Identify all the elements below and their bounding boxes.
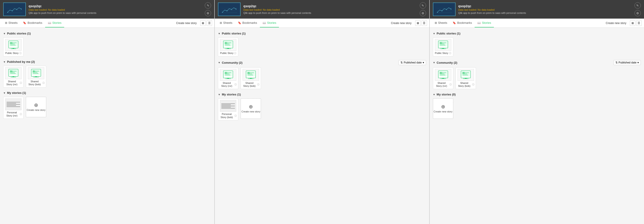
list-view-button[interactable]: ☰ bbox=[636, 20, 642, 26]
section-title: My stories (1) bbox=[222, 93, 241, 96]
story-card[interactable]: Personal Story (bob) ⓘ bbox=[218, 98, 238, 120]
cards-grid: Public Story ⓘ bbox=[3, 38, 211, 56]
svg-point-42 bbox=[236, 8, 236, 10]
story-card[interactable]: Shared Story (rvr) ⓘ bbox=[218, 67, 238, 89]
create-story-card[interactable]: ⊕ Create new story bbox=[433, 98, 453, 119]
sort-dropdown[interactable]: ⇅ Published date ▾ bbox=[398, 60, 426, 65]
info-icon[interactable]: ⓘ bbox=[19, 52, 22, 55]
edit-button[interactable]: ✎ bbox=[420, 2, 426, 8]
info-icon[interactable]: ⓘ bbox=[20, 113, 22, 116]
story-thumbnail bbox=[220, 69, 236, 81]
edit-button[interactable]: ✎ bbox=[634, 2, 641, 8]
story-card[interactable]: Public Story ⓘ bbox=[218, 38, 238, 56]
create-new-story-button[interactable]: Create new story bbox=[604, 21, 628, 26]
section-header: ▼ My stories (0) bbox=[433, 93, 641, 96]
content-area: ▼ Public stories (1) Public Story ⓘ ▼ Co… bbox=[430, 28, 644, 224]
section-my-stories: ▼ My stories (1) Personal Story (bob) ⓘ … bbox=[218, 93, 426, 120]
tab-label: Sheets bbox=[8, 21, 18, 24]
settings-button[interactable]: ⚙ bbox=[420, 10, 426, 16]
tab-bookmarks[interactable]: 🔖 Bookmarks bbox=[20, 18, 45, 28]
list-view-button[interactable]: ☰ bbox=[206, 20, 212, 26]
settings-button[interactable]: ⚙ bbox=[205, 10, 211, 16]
create-story-card[interactable]: ⊕ Create new story bbox=[26, 97, 46, 117]
app-title: qsop2qc bbox=[243, 4, 417, 8]
section-toggle[interactable]: ▼ bbox=[3, 32, 6, 35]
section-title: My stories (0) bbox=[437, 93, 456, 96]
info-icon[interactable]: ⓘ bbox=[450, 83, 452, 86]
story-card[interactable]: Shared Story (bob) ⓘ bbox=[26, 66, 46, 88]
tab-sheets[interactable]: ⊞ Sheets bbox=[217, 18, 235, 28]
svg-point-6 bbox=[16, 9, 17, 10]
sort-label: Published date bbox=[618, 61, 636, 64]
info-icon[interactable]: ⓘ bbox=[234, 114, 237, 118]
info-icon[interactable]: ⓘ bbox=[42, 82, 45, 84]
svg-point-76 bbox=[446, 9, 447, 10]
sort-icon: ⇅ bbox=[616, 61, 618, 64]
tab-bookmarks[interactable]: 🔖 Bookmarks bbox=[235, 18, 260, 28]
tab-icon-stories: 📖 bbox=[262, 21, 266, 24]
story-card[interactable]: Shared Story (rvr) ⓘ bbox=[433, 67, 453, 89]
edit-button[interactable]: ✎ bbox=[205, 2, 211, 8]
create-story-card[interactable]: ⊕ Create new story bbox=[240, 98, 261, 119]
section-toggle[interactable]: ▼ bbox=[433, 61, 436, 64]
app-subtitle: Data last loaded: No data loaded bbox=[28, 8, 202, 11]
sort-dropdown[interactable]: ⇅ Published date ▾ bbox=[614, 60, 641, 65]
svg-point-40 bbox=[226, 10, 228, 11]
grid-view-button[interactable]: ⊞ bbox=[200, 20, 206, 26]
tab-stories[interactable]: 📖 Stories bbox=[45, 18, 64, 28]
create-new-story-button[interactable]: Create new story bbox=[389, 21, 414, 26]
section-toggle[interactable]: ▼ bbox=[218, 32, 220, 35]
section-header: ▼ Public stories (1) bbox=[433, 32, 641, 35]
app-info: qsop2qc Data last loaded: No data loaded… bbox=[458, 4, 632, 14]
section-community: ▼ Community (2) ⇅ Published date ▾ bbox=[218, 60, 426, 89]
settings-button[interactable]: ⚙ bbox=[634, 10, 641, 16]
svg-point-51 bbox=[226, 42, 226, 43]
tab-bookmarks[interactable]: 🔖 Bookmarks bbox=[450, 18, 474, 28]
create-new-story-button[interactable]: Create new story bbox=[174, 21, 199, 26]
section-toggle[interactable]: ▼ bbox=[433, 93, 436, 96]
grid-view-button[interactable]: ⊞ bbox=[630, 20, 636, 26]
sort-label: Published date bbox=[404, 61, 422, 64]
app-subtitle: Data last loaded: No data loaded bbox=[243, 8, 417, 11]
story-name: Public Story bbox=[220, 52, 233, 55]
info-icon[interactable]: ⓘ bbox=[257, 83, 260, 86]
info-icon[interactable]: ⓘ bbox=[20, 82, 22, 84]
app-actions: ✎ ⚙ bbox=[634, 2, 641, 16]
app-title: qsop2qc bbox=[28, 4, 202, 8]
grid-view-button[interactable]: ⊞ bbox=[415, 20, 421, 26]
section-toggle[interactable]: ▼ bbox=[218, 93, 220, 96]
section-toggle[interactable]: ▼ bbox=[3, 60, 6, 63]
section-toggle[interactable]: ▼ bbox=[218, 61, 220, 64]
section-title: Public stories (1) bbox=[222, 32, 246, 35]
create-plus-icon: ⊕ bbox=[34, 103, 38, 108]
info-icon[interactable]: ⓘ bbox=[234, 52, 236, 55]
svg-point-75 bbox=[442, 10, 442, 11]
story-card[interactable]: Shared Story (rvr) ⓘ bbox=[3, 66, 24, 88]
tab-stories[interactable]: 📖 Stories bbox=[474, 18, 494, 28]
section-toggle[interactable]: ▼ bbox=[433, 32, 436, 35]
tab-label: Bookmarks bbox=[457, 21, 472, 24]
info-icon[interactable]: ⓘ bbox=[449, 52, 451, 55]
story-thumbnail bbox=[5, 98, 22, 110]
story-card[interactable]: Shared Story (bob) ⓘ bbox=[456, 67, 476, 89]
info-icon[interactable]: ⓘ bbox=[234, 83, 237, 86]
story-card[interactable]: Shared Story (bob) ⓘ bbox=[240, 67, 261, 89]
cards-grid: Personal Story (bob) ⓘ ⊕ Create new stor… bbox=[218, 98, 426, 120]
content-area: ▼ Public stories (1) Public Story ⓘ ▼ Co… bbox=[215, 28, 429, 224]
list-view-button[interactable]: ☰ bbox=[422, 20, 427, 26]
app-title: qsop2qc bbox=[458, 4, 632, 8]
story-card[interactable]: Personal Story (rvr) ⓘ bbox=[3, 97, 24, 118]
svg-point-41 bbox=[231, 9, 232, 10]
story-card[interactable]: Public Story ⓘ bbox=[3, 38, 24, 56]
section-toggle[interactable]: ▼ bbox=[3, 92, 6, 94]
story-card[interactable]: Public Story ⓘ bbox=[433, 38, 453, 56]
tab-stories[interactable]: 📖 Stories bbox=[260, 18, 279, 28]
info-icon[interactable]: ⓘ bbox=[472, 83, 474, 86]
tab-sheets[interactable]: ⊞ Sheets bbox=[432, 18, 450, 28]
content-area: ▼ Public stories (1) Public Story ⓘ ▼ Pu… bbox=[0, 28, 214, 224]
tab-icon-bookmarks: 🔖 bbox=[23, 21, 26, 24]
tab-sheets[interactable]: ⊞ Sheets bbox=[2, 18, 20, 28]
app-description: Qlik app to push from on prem to saas wi… bbox=[243, 12, 417, 14]
cards-grid: Public Story ⓘ bbox=[433, 38, 641, 56]
cards-grid: Public Story ⓘ bbox=[218, 38, 426, 56]
